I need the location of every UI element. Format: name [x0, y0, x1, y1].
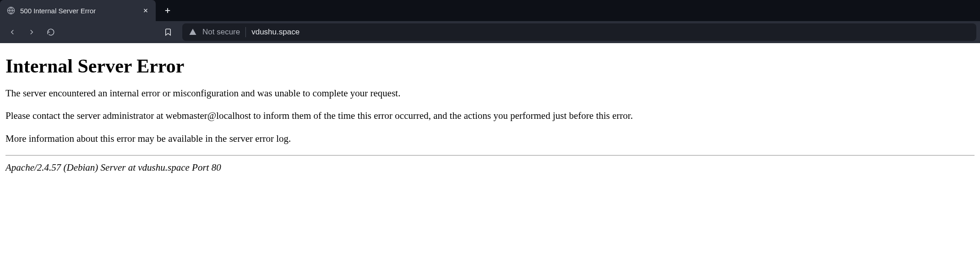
address-bar[interactable]: Not secure vdushu.space [182, 23, 976, 41]
security-label: Not secure [202, 28, 240, 37]
horizontal-rule [5, 155, 975, 156]
error-paragraph-3: More information about this error may be… [5, 133, 975, 145]
tab-bar: 500 Internal Server Error [0, 0, 980, 21]
globe-icon [6, 6, 16, 15]
new-tab-button[interactable] [159, 2, 176, 19]
address-divider [245, 27, 246, 37]
warning-icon [189, 28, 197, 36]
browser-tab[interactable]: 500 Internal Server Error [0, 0, 156, 21]
page-content: Internal Server Error The server encount… [0, 43, 980, 179]
server-signature: Apache/2.4.57 (Debian) Server at vdushu.… [5, 162, 975, 173]
toolbar: Not secure vdushu.space [0, 21, 980, 43]
close-icon[interactable] [141, 6, 150, 15]
url-text: vdushu.space [251, 28, 299, 37]
browser-chrome: 500 Internal Server Error [0, 0, 980, 43]
bookmark-button[interactable] [159, 23, 177, 41]
forward-button[interactable] [23, 23, 40, 41]
page-heading: Internal Server Error [5, 55, 975, 77]
error-paragraph-2: Please contact the server administrator … [5, 110, 975, 122]
reload-button[interactable] [42, 23, 60, 41]
tab-title: 500 Internal Server Error [20, 7, 136, 15]
back-button[interactable] [4, 23, 21, 41]
error-paragraph-1: The server encountered an internal error… [5, 87, 975, 100]
